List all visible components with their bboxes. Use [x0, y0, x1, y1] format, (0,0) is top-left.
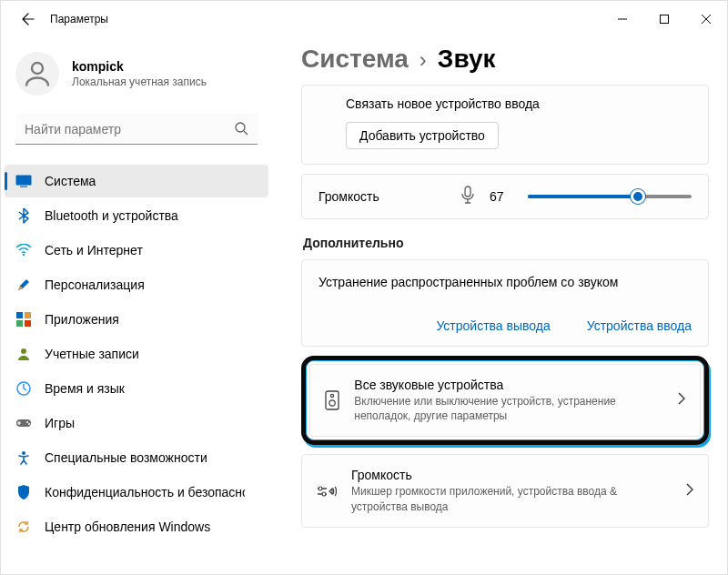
- microphone-icon[interactable]: [460, 186, 475, 207]
- chevron-right-icon: [686, 483, 693, 499]
- nav-label: Сеть и Интернет: [45, 243, 143, 257]
- link-input-devices[interactable]: Устройства ввода: [587, 318, 692, 333]
- nav-personalization[interactable]: Персонализация: [5, 268, 268, 301]
- link-output-devices[interactable]: Устройства вывода: [436, 318, 550, 333]
- minimize-button[interactable]: [602, 3, 643, 35]
- bluetooth-icon: [15, 207, 32, 224]
- wifi-icon: [15, 242, 32, 258]
- breadcrumb: Система › Звук: [301, 45, 709, 74]
- nav-label: Время и язык: [45, 381, 125, 396]
- all-devices-desc: Включение или выключение устройств, устр…: [354, 394, 663, 423]
- search-input[interactable]: [15, 114, 258, 145]
- input-volume-card: Громкость 67: [301, 174, 709, 219]
- window-controls: [602, 3, 727, 35]
- svg-point-10: [21, 348, 26, 354]
- pair-device-card: Связать новое устройство ввода Добавить …: [301, 85, 709, 165]
- nav-label: Специальные возможности: [45, 450, 207, 465]
- minimize-icon: [618, 15, 627, 24]
- gamepad-icon: [15, 415, 32, 431]
- back-button[interactable]: [14, 5, 43, 34]
- accessibility-icon: [15, 449, 32, 466]
- svg-rect-6: [16, 312, 23, 318]
- nav-gaming[interactable]: Игры: [5, 407, 268, 439]
- svg-point-14: [28, 423, 30, 425]
- svg-point-19: [329, 400, 335, 406]
- nav-system[interactable]: Система: [5, 165, 268, 197]
- profile-text: kompick Локальная учетная запись: [72, 59, 207, 88]
- svg-rect-16: [465, 187, 470, 197]
- close-icon: [702, 15, 711, 24]
- svg-point-2: [236, 123, 245, 132]
- svg-point-20: [318, 487, 322, 490]
- nav-accessibility[interactable]: Специальные возможности: [5, 441, 268, 474]
- profile[interactable]: kompick Локальная учетная запись: [1, 45, 272, 114]
- svg-point-1: [32, 63, 43, 74]
- svg-rect-0: [661, 15, 669, 24]
- section-more: Дополнительно: [303, 236, 709, 250]
- nav-windows-update[interactable]: Центр обновления Windows: [5, 510, 268, 543]
- volume-label: Громкость: [318, 189, 379, 204]
- nav-label: Bluetooth и устройства: [45, 208, 178, 223]
- sidebar: kompick Локальная учетная запись Система…: [1, 37, 272, 574]
- svg-point-21: [322, 492, 326, 496]
- breadcrumb-current: Звук: [438, 45, 496, 74]
- volume-mixer-card[interactable]: Громкость Микшер громкости приложений, у…: [301, 454, 709, 527]
- volume-value: 67: [490, 189, 513, 204]
- svg-point-5: [23, 254, 25, 256]
- nav-label: Персонализация: [45, 277, 145, 292]
- app-title: Параметры: [50, 13, 108, 25]
- update-icon: [15, 519, 32, 535]
- volume-slider[interactable]: [528, 187, 692, 206]
- svg-rect-4: [20, 187, 27, 187]
- user-icon: [15, 346, 32, 362]
- nav-label: Приложения: [45, 312, 119, 327]
- svg-rect-7: [25, 312, 31, 318]
- close-button[interactable]: [685, 3, 727, 35]
- svg-point-15: [22, 451, 25, 455]
- profile-name: kompick: [72, 59, 207, 74]
- person-icon: [21, 57, 54, 90]
- breadcrumb-parent[interactable]: Система: [301, 45, 409, 74]
- svg-rect-8: [16, 320, 23, 327]
- mixer-title: Громкость: [351, 468, 672, 482]
- profile-desc: Локальная учетная запись: [72, 76, 207, 88]
- arrow-left-icon: [21, 12, 35, 26]
- nav-apps[interactable]: Приложения: [5, 303, 268, 336]
- speaker-icon: [325, 390, 339, 410]
- nav-time-language[interactable]: Время и язык: [5, 372, 268, 405]
- nav-label: Конфиденциальность и безопасность: [45, 485, 245, 499]
- apps-icon: [15, 311, 32, 328]
- clock-globe-icon: [15, 380, 32, 397]
- nav-accounts[interactable]: Учетные записи: [5, 338, 268, 370]
- chevron-right-icon: [678, 392, 685, 409]
- svg-rect-3: [16, 176, 32, 186]
- nav-label: Учетные записи: [45, 347, 139, 361]
- troubleshoot-card: Устранение распространенных проблем со з…: [301, 259, 709, 347]
- display-icon: [15, 173, 32, 189]
- pair-device-title: Связать новое устройство ввода: [346, 96, 692, 111]
- titlebar: Параметры: [1, 1, 727, 37]
- nav-label: Игры: [45, 416, 75, 430]
- all-sound-devices-card[interactable]: Все звуковые устройства Включение или вы…: [309, 364, 701, 437]
- svg-point-13: [26, 421, 28, 423]
- mixer-icon: [317, 484, 337, 499]
- nav-privacy[interactable]: Конфиденциальность и безопасность: [5, 476, 268, 509]
- breadcrumb-sep: ›: [420, 47, 427, 73]
- avatar: [15, 52, 59, 96]
- brush-icon: [15, 277, 32, 293]
- add-device-button[interactable]: Добавить устройство: [346, 122, 499, 149]
- nav-label: Центр обновления Windows: [45, 520, 210, 534]
- search: [15, 114, 258, 145]
- nav-bluetooth[interactable]: Bluetooth и устройства: [5, 199, 268, 232]
- main: Система › Звук Связать новое устройство …: [272, 37, 727, 574]
- mixer-desc: Микшер громкости приложений, устройства …: [351, 484, 672, 513]
- search-icon: [234, 121, 248, 139]
- shield-icon: [15, 484, 32, 500]
- nav: Система Bluetooth и устройства Сеть и Ин…: [1, 159, 272, 543]
- nav-label: Система: [45, 174, 96, 188]
- maximize-button[interactable]: [643, 3, 685, 35]
- troubleshoot-title: Устранение распространенных проблем со з…: [318, 275, 692, 289]
- svg-rect-9: [25, 320, 31, 327]
- nav-network[interactable]: Сеть и Интернет: [5, 234, 268, 267]
- highlight: Все звуковые устройства Включение или вы…: [301, 356, 709, 445]
